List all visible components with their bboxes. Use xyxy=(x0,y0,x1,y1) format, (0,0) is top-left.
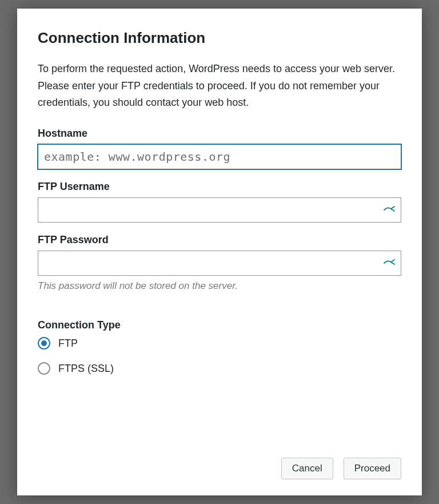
modal-title: Connection Information xyxy=(38,29,401,47)
hostname-input[interactable] xyxy=(38,144,401,169)
cancel-button[interactable]: Cancel xyxy=(281,458,333,479)
connection-type-option-ftp[interactable]: FTP xyxy=(38,337,401,350)
modal-description: To perform the requested action, WordPre… xyxy=(38,61,401,112)
connection-type-option-ftps[interactable]: FTPS (SSL) xyxy=(38,362,401,375)
connection-info-modal: Connection Information To perform the re… xyxy=(17,9,422,495)
ftp-username-input[interactable] xyxy=(38,197,401,223)
radio-icon xyxy=(38,362,50,375)
radio-label: FTP xyxy=(58,338,78,350)
ftp-password-field-group: FTP Password This password will not be s… xyxy=(38,234,401,292)
ftp-password-input[interactable] xyxy=(38,251,401,276)
radio-icon xyxy=(38,337,50,350)
ftp-username-label: FTP Username xyxy=(38,181,401,193)
connection-type-label: Connection Type xyxy=(38,319,401,331)
modal-button-row: Cancel Proceed xyxy=(38,458,401,479)
ftp-username-field-group: FTP Username xyxy=(38,181,401,223)
password-hint: This password will not be stored on the … xyxy=(38,280,401,292)
hostname-label: Hostname xyxy=(38,128,401,140)
ftp-password-label: FTP Password xyxy=(38,234,401,246)
radio-label: FTPS (SSL) xyxy=(58,363,114,375)
proceed-button[interactable]: Proceed xyxy=(344,458,401,479)
hostname-field-group: Hostname xyxy=(38,128,401,169)
